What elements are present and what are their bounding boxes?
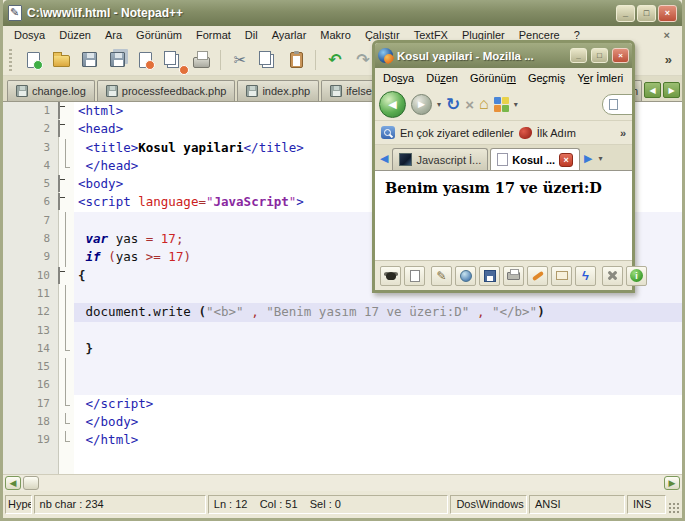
extension-grid-icon[interactable] bbox=[494, 97, 509, 112]
reload-icon[interactable] bbox=[446, 94, 460, 115]
tab-change-log[interactable]: change.log bbox=[7, 80, 95, 101]
tab-scroll-left-icon[interactable] bbox=[378, 152, 390, 170]
fold-marker[interactable] bbox=[58, 175, 60, 192]
maximize-button[interactable]: □ bbox=[591, 48, 608, 63]
status-typing-mode[interactable]: INS bbox=[627, 495, 666, 514]
code-text[interactable]: </html> bbox=[74, 431, 682, 449]
tab-list-dropdown-icon[interactable] bbox=[597, 154, 605, 170]
scroll-right-button[interactable] bbox=[664, 476, 680, 490]
resize-grip[interactable] bbox=[668, 502, 680, 514]
tab-scroll-left-button[interactable] bbox=[644, 82, 661, 98]
cut-button[interactable] bbox=[228, 48, 252, 72]
fold-margin bbox=[58, 358, 74, 376]
edit-button[interactable] bbox=[431, 266, 452, 286]
close-all-button[interactable] bbox=[161, 48, 185, 72]
save-button[interactable] bbox=[479, 266, 500, 286]
fold-marker[interactable] bbox=[58, 120, 60, 137]
forward-button[interactable] bbox=[411, 94, 432, 115]
tab-scroll-right-button[interactable] bbox=[663, 82, 680, 98]
document-close-icon[interactable]: × bbox=[664, 29, 678, 41]
firebug-button[interactable] bbox=[380, 266, 401, 286]
code-text[interactable]: } bbox=[74, 340, 682, 358]
tools-button[interactable] bbox=[602, 266, 623, 286]
toolbar-grip[interactable] bbox=[9, 49, 12, 71]
menu-dosya[interactable]: Dosya bbox=[7, 28, 52, 42]
copy-button[interactable] bbox=[256, 48, 280, 72]
fold-marker[interactable] bbox=[58, 193, 60, 210]
back-button[interactable] bbox=[379, 91, 406, 118]
close-button[interactable]: × bbox=[612, 48, 629, 63]
close-button[interactable]: × bbox=[658, 5, 677, 22]
print-button[interactable] bbox=[189, 48, 213, 72]
undo-button[interactable] bbox=[323, 48, 347, 72]
extension-dropdown-icon[interactable] bbox=[514, 100, 518, 109]
menu-gorunum[interactable]: Görünüm bbox=[129, 28, 189, 42]
menu-ayarlar[interactable]: Ayarlar bbox=[265, 28, 314, 42]
code-token: <html> bbox=[78, 103, 123, 118]
menu-ara[interactable]: Ara bbox=[98, 28, 129, 42]
fold-margin[interactable] bbox=[58, 120, 74, 138]
ilk-adim-icon[interactable] bbox=[519, 127, 532, 139]
scroll-left-button[interactable] bbox=[5, 476, 21, 490]
new-file-button[interactable] bbox=[21, 48, 45, 72]
code-text[interactable] bbox=[74, 376, 682, 394]
home-icon[interactable] bbox=[479, 95, 489, 113]
close-file-button[interactable] bbox=[133, 48, 157, 72]
tab-processfeedback-php[interactable]: processfeedback.php bbox=[97, 80, 236, 101]
paste-button[interactable] bbox=[284, 48, 308, 72]
minimize-button[interactable]: _ bbox=[570, 48, 587, 63]
fold-margin[interactable] bbox=[58, 175, 74, 193]
history-dropdown-icon[interactable] bbox=[437, 100, 441, 109]
maximize-button[interactable]: □ bbox=[637, 5, 656, 22]
fold-margin[interactable] bbox=[58, 267, 74, 285]
fold-marker[interactable] bbox=[58, 267, 60, 284]
save-button[interactable] bbox=[77, 48, 101, 72]
scrollbar-thumb[interactable] bbox=[23, 476, 39, 490]
menu-gorunum[interactable]: Görünüm bbox=[466, 71, 524, 85]
tab-index-php[interactable]: index.php bbox=[237, 80, 319, 101]
menu-dil[interactable]: Dil bbox=[238, 28, 265, 42]
new-page-button[interactable] bbox=[404, 266, 425, 286]
globe-button[interactable] bbox=[455, 266, 476, 286]
code-text[interactable]: </script> bbox=[74, 395, 682, 413]
menu-yer-imleri[interactable]: Yer İmleri bbox=[573, 71, 631, 85]
tab-close-button[interactable] bbox=[559, 153, 573, 167]
stop-icon[interactable] bbox=[465, 96, 474, 113]
minimize-button[interactable]: _ bbox=[616, 5, 635, 22]
bookmark-ilk-adim[interactable]: İlk Adım bbox=[537, 127, 576, 139]
fold-margin[interactable] bbox=[58, 102, 74, 120]
fold-margin[interactable] bbox=[58, 193, 74, 211]
print-button[interactable] bbox=[503, 266, 524, 286]
code-text[interactable]: </body> bbox=[74, 413, 682, 431]
menu-duzen[interactable]: Düzen bbox=[52, 28, 98, 42]
tab-kosul[interactable]: Kosul ... bbox=[490, 148, 580, 170]
menu-makro[interactable]: Makro bbox=[313, 28, 358, 42]
menu-dosya[interactable]: Dosya bbox=[379, 71, 422, 85]
firefox-titlebar[interactable]: Kosul yapilari - Mozilla ... _ □ × bbox=[375, 43, 632, 68]
menu-gecmis[interactable]: Geçmiş bbox=[524, 71, 573, 85]
menu-format[interactable]: Format bbox=[189, 28, 238, 42]
notepadpp-titlebar[interactable]: C:\www\if.html - Notepad++ _ □ × bbox=[3, 0, 682, 26]
bookmarks-overflow-chevron[interactable]: » bbox=[620, 127, 626, 139]
clean-button[interactable] bbox=[527, 266, 548, 286]
tab-scroll-right-icon[interactable] bbox=[582, 152, 594, 170]
frame-button[interactable] bbox=[551, 266, 572, 286]
bookmark-most-visited[interactable]: En çok ziyaret edilenler bbox=[400, 127, 514, 139]
open-file-button[interactable] bbox=[49, 48, 73, 72]
code-text[interactable] bbox=[74, 322, 682, 340]
info-button[interactable] bbox=[626, 266, 647, 286]
most-visited-icon[interactable] bbox=[381, 126, 395, 139]
code-token: { bbox=[78, 268, 86, 283]
save-all-button[interactable] bbox=[105, 48, 129, 72]
location-bar[interactable] bbox=[602, 94, 632, 115]
toolbar-overflow-chevron[interactable]: » bbox=[665, 52, 676, 67]
horizontal-scrollbar[interactable] bbox=[3, 474, 682, 491]
code-text[interactable] bbox=[74, 358, 682, 376]
code-token: <body> bbox=[78, 176, 123, 191]
code-text-current-line[interactable]: document.write ("<b>" , "Benim yasım 17 … bbox=[74, 303, 682, 321]
fold-marker[interactable] bbox=[58, 102, 60, 119]
lightning-button[interactable] bbox=[575, 266, 596, 286]
tab-javascript[interactable]: Javascript İ... bbox=[392, 148, 488, 170]
firefox-app-icon bbox=[378, 48, 393, 63]
menu-duzen[interactable]: Düzen bbox=[422, 71, 466, 85]
